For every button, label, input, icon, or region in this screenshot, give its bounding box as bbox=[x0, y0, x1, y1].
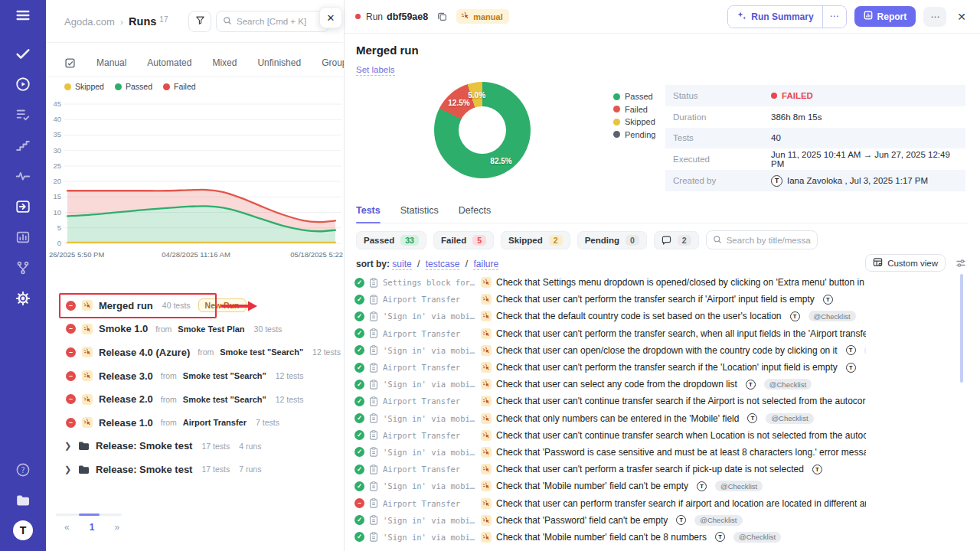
test-row[interactable]: ✓'Sign in' via mobileCheck that 'Passwor… bbox=[354, 444, 866, 461]
runs-tab-automated[interactable]: Automated bbox=[147, 57, 191, 68]
tab-defects[interactable]: Defects bbox=[459, 205, 491, 216]
run-group-item[interactable]: ❯Release: Smoke test17 tests7 runs bbox=[46, 458, 343, 481]
chip-label: Skipped bbox=[508, 236, 543, 245]
test-row[interactable]: ✓'Sign in' via mobileCheck that user can… bbox=[354, 376, 866, 393]
sidebar-item-play-circle[interactable] bbox=[11, 73, 35, 98]
tab-statistics[interactable]: Statistics bbox=[400, 205, 439, 216]
filter-chip-passed[interactable]: Passed33 bbox=[356, 231, 426, 249]
run-name: Merged run bbox=[99, 300, 153, 311]
run-detail-panel: Run dbf59ae8 manual Run Summary bbox=[344, 0, 980, 551]
sidebar-item-branch[interactable] bbox=[11, 257, 35, 282]
test-row[interactable]: ✓Airport TransferCheck that user can't c… bbox=[354, 427, 866, 444]
run-summary-label: Run Summary bbox=[751, 11, 813, 22]
run-status-failed: FAILED bbox=[771, 91, 813, 100]
test-row[interactable]: ✓'Sign in' via mobileCheck that user can… bbox=[354, 342, 866, 359]
custom-view-button[interactable]: Custom view bbox=[865, 254, 946, 272]
tests-search-input[interactable] bbox=[727, 236, 811, 245]
test-row[interactable]: ✓'Sign in' via mobileCheck that only num… bbox=[354, 410, 866, 427]
sidebar-bottom-group: ? bbox=[11, 459, 35, 514]
sidebar-item-check[interactable] bbox=[11, 43, 35, 67]
sidebar-item-chart-box[interactable] bbox=[11, 227, 35, 251]
run-list-item[interactable]: –Merged run40 testsNew Run bbox=[46, 294, 343, 318]
sidebar-item-steps[interactable] bbox=[11, 135, 35, 159]
run-from-label: from bbox=[155, 324, 172, 334]
legend-item-passed[interactable]: Passed bbox=[115, 82, 152, 91]
chip-count-badge: 33 bbox=[400, 235, 419, 246]
run-tests-count: 12 tests bbox=[276, 371, 304, 380]
runs-tab-unfinished[interactable]: Unfinished bbox=[257, 57, 301, 68]
sort-by-failure[interactable]: failure bbox=[473, 259, 498, 270]
tests-scrollbar-thumb[interactable] bbox=[960, 274, 963, 383]
test-row[interactable]: ✓Settings block for…Check that Settings … bbox=[354, 274, 866, 291]
filter-chip-skipped[interactable]: Skipped2 bbox=[501, 231, 570, 249]
run-group-item[interactable]: ❯Release: Smoke test17 tests4 runs bbox=[46, 435, 343, 458]
legend-item-skipped[interactable]: Skipped bbox=[64, 82, 104, 91]
test-suite-name: Settings block for… bbox=[383, 278, 476, 287]
donut-legend-item-pending[interactable]: Pending bbox=[613, 129, 655, 142]
run-list-item[interactable]: –Release 4.0 (Azure)fromSmoke test "Sear… bbox=[46, 341, 343, 364]
report-button[interactable]: Report bbox=[854, 6, 916, 27]
test-row[interactable]: ✓'Sign in' via mobileCheck that the defa… bbox=[354, 308, 866, 324]
pagination-next[interactable]: » bbox=[114, 522, 119, 533]
runs-search-input[interactable] bbox=[237, 17, 322, 26]
passed-status-icon: ✓ bbox=[354, 380, 364, 390]
sort-by-suite[interactable]: suite bbox=[392, 259, 411, 270]
run-summary-button[interactable]: Run Summary bbox=[728, 6, 822, 28]
sidebar-item-pulse[interactable] bbox=[11, 165, 35, 190]
test-row[interactable]: ✓Airport TransferCheck that user can't p… bbox=[354, 291, 866, 308]
set-labels-link[interactable]: Set labels bbox=[356, 65, 395, 76]
test-row[interactable]: ✓'Sign in' via mobileCheck that 'Mobile … bbox=[354, 478, 866, 494]
sort-by-testcase[interactable]: testcase bbox=[426, 259, 460, 270]
filter-chip-comments[interactable]: 2 bbox=[654, 231, 699, 249]
steps-icon bbox=[15, 137, 31, 157]
sidebar-item-enter[interactable] bbox=[11, 196, 35, 220]
run-tests-count: 30 tests bbox=[254, 324, 283, 334]
run-list-item[interactable]: –Smoke 1.0fromSmoke Test Plan30 tests bbox=[46, 318, 343, 341]
runs-tab-manual[interactable]: Manual bbox=[96, 57, 126, 68]
close-run-detail-button[interactable]: ✕ bbox=[954, 9, 969, 24]
test-title: Check that user can't perform the transf… bbox=[496, 294, 815, 305]
test-row[interactable]: ✓Airport TransferCheck that user can't p… bbox=[354, 461, 866, 478]
donut-legend-item-passed[interactable]: Passed bbox=[613, 90, 655, 103]
run-list-item[interactable]: –Release 3.0fromSmoke test "Search"12 te… bbox=[46, 364, 343, 388]
test-row[interactable]: ✓'Sign in' via mobileCheck that 'Passwor… bbox=[354, 512, 866, 529]
testcase-icon bbox=[369, 278, 378, 288]
pagination-prev[interactable]: « bbox=[64, 522, 70, 533]
filter-chip-pending[interactable]: Pending0 bbox=[577, 231, 647, 249]
passed-status-icon: ✓ bbox=[354, 430, 364, 440]
filter-chip-failed[interactable]: Failed5 bbox=[433, 231, 494, 249]
sidebar-item-folder[interactable] bbox=[11, 490, 35, 514]
run-name: Release 4.0 (Azure) bbox=[99, 347, 190, 358]
legend-item-failed[interactable]: Failed bbox=[163, 82, 196, 91]
list-scrollbar-thumb[interactable] bbox=[79, 514, 100, 516]
test-suite-name: 'Sign in' via mobile bbox=[383, 448, 476, 457]
pagination-page-1[interactable]: 1 bbox=[90, 522, 95, 533]
sidebar-item-menu[interactable] bbox=[11, 5, 35, 29]
test-row[interactable]: –Airport TransferCheck that user can per… bbox=[354, 494, 866, 511]
donut-legend-item-failed[interactable]: Failed bbox=[613, 103, 655, 116]
more-actions-button[interactable]: ⋯ bbox=[923, 7, 946, 27]
breadcrumb-project[interactable]: Agoda.com bbox=[64, 16, 115, 28]
runs-tab-mixed[interactable]: Mixed bbox=[212, 57, 237, 68]
panel-close-button[interactable]: ✕ bbox=[319, 7, 342, 28]
user-avatar[interactable]: T bbox=[13, 520, 33, 540]
run-list-item[interactable]: –Release 2.0fromSmoke test "Search"12 te… bbox=[46, 387, 343, 411]
sidebar-item-list-check[interactable] bbox=[11, 104, 35, 129]
test-row[interactable]: ✓'Sign in' via mobileCheck that 'Mobile … bbox=[354, 529, 866, 546]
test-row[interactable]: ✓Airport TransferCheck that user can't p… bbox=[354, 359, 866, 376]
donut-legend-item-skipped[interactable]: Skipped bbox=[613, 116, 655, 129]
run-summary-more-button[interactable]: ⋯ bbox=[822, 6, 846, 28]
copy-icon[interactable] bbox=[437, 11, 447, 21]
run-list-item[interactable]: –Release 1.0fromAirport Transfer7 tests bbox=[46, 411, 343, 435]
test-title: Check that user can't perform a trasfer … bbox=[496, 464, 804, 474]
tab-tests[interactable]: Tests bbox=[356, 205, 381, 216]
checklist-tag: @Checklist bbox=[733, 532, 781, 543]
filter-button[interactable] bbox=[188, 11, 211, 32]
test-row[interactable]: ✓Airport TransferCheck that user can't c… bbox=[354, 393, 866, 409]
sidebar-item-gear[interactable] bbox=[11, 288, 35, 312]
view-settings-icon[interactable] bbox=[956, 258, 966, 272]
select-all-icon[interactable] bbox=[64, 57, 76, 69]
test-row[interactable]: ✓Airport TransferCheck that user can't p… bbox=[354, 325, 866, 342]
run-group-name: Release: Smoke test bbox=[96, 464, 192, 475]
sidebar-item-help[interactable]: ? bbox=[11, 459, 35, 484]
